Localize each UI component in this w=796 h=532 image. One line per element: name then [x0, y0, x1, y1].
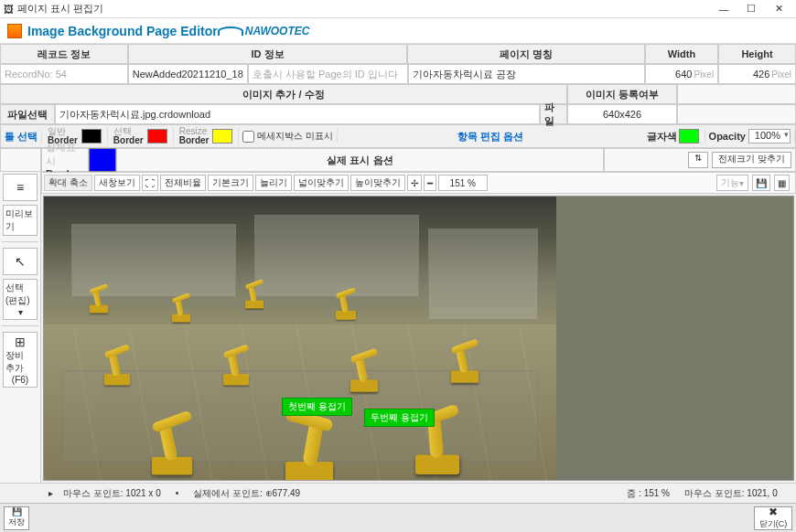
- default-size-button[interactable]: 기본크기: [208, 175, 253, 191]
- lines-icon: ≡: [16, 180, 24, 195]
- height-value[interactable]: 426Pixel: [718, 64, 796, 84]
- page-name-label: 페이지 명칭: [407, 44, 645, 64]
- select-edit-button[interactable]: 선택(편집)▾: [3, 279, 38, 320]
- fit-width-button[interactable]: 넓이맞추기: [294, 175, 349, 191]
- close-button[interactable]: ✕: [765, 3, 792, 15]
- opacity-dropdown[interactable]: 100%: [748, 129, 791, 144]
- equipment-tag-2[interactable]: 두번째 용접기: [364, 409, 435, 427]
- app-title: Image Background Page Editor: [27, 24, 218, 38]
- id-value[interactable]: NewAdded20211210_18: [128, 64, 248, 84]
- file-select-label: 파일선택: [0, 104, 55, 124]
- msgbox-hide-checkbox[interactable]: 메세지박스 미표시: [239, 130, 338, 143]
- red-swatch[interactable]: [147, 129, 167, 144]
- zoom-status: 줌 : 151 %: [619, 487, 677, 500]
- select-border-seg[interactable]: 선택Border: [108, 127, 174, 145]
- file-path-input[interactable]: 기아자동차럭시료.jpg.crdownload: [55, 104, 540, 124]
- factory-image: 첫번째 용접기 두번째 용접기: [44, 197, 556, 480]
- app-header: Image Background Page Editor NAWOOTEC: [0, 18, 796, 44]
- sidebar: ≡ 미리보기 ↖ 선택(편집)▾ ⊞장비 추가(F6): [0, 172, 41, 483]
- info-value-row: RecordNo: 54 NewAdded20211210_18 호출시 사용할…: [0, 64, 796, 84]
- tool-select-label: 툴 선택: [1, 130, 42, 144]
- refresh-button[interactable]: 새창보기: [94, 175, 140, 191]
- enlarge-button[interactable]: 늘리기: [255, 175, 292, 191]
- window-icon: 🖼: [4, 4, 14, 15]
- msgbox-checkbox[interactable]: [242, 131, 254, 143]
- id-info-label: ID 정보: [128, 44, 407, 64]
- brand-logo: NAWOOTEC: [218, 25, 310, 37]
- file-row: 파일선택 기아자동차럭시료.jpg.crdownload 파일 640x426: [0, 104, 796, 124]
- image-reg-label: 이미지 등록여부: [567, 84, 677, 104]
- canvas-wrap: 확대 축소 새창보기 ⛶ 전체비율 기본크기 늘리기 넓이맞추기 높이맞추기 ✢…: [41, 172, 796, 483]
- zoom-in-icon-button[interactable]: ✢: [407, 175, 422, 191]
- zoom-label: 확대 축소: [44, 175, 92, 191]
- cursor-icon: ↖: [15, 254, 26, 269]
- close-icon: ✖: [769, 505, 778, 518]
- zoom-out-icon-button[interactable]: ━: [424, 175, 436, 191]
- mouse-point2-status: 마우스 포인트: 1021, 0: [677, 487, 796, 500]
- fit-all-button[interactable]: 전체크기 맞추기: [712, 152, 791, 168]
- save-icon: 💾: [12, 507, 22, 516]
- chevron-down-icon: ▾: [18, 307, 23, 317]
- font-color-seg[interactable]: 글자색: [643, 129, 705, 144]
- zoom-toolbar: 확대 축소 새창보기 ⛶ 전체비율 기본크기 늘리기 넓이맞추기 높이맞추기 ✢…: [41, 172, 796, 194]
- image-section-row: 이미지 추가 / 수정 이미지 등록여부: [0, 84, 796, 104]
- full-ratio-button[interactable]: 전체비율: [160, 175, 206, 191]
- save-button[interactable]: 💾저장: [4, 506, 29, 530]
- lines-tool-button[interactable]: ≡: [3, 174, 38, 201]
- blue-swatch[interactable]: [89, 148, 116, 172]
- mouse-point-status: 마우스 포인트: 1021 x 0: [56, 487, 168, 500]
- preview-button[interactable]: 미리보기: [3, 205, 38, 236]
- plus-grid-icon: ⊞: [15, 335, 26, 349]
- real-point-status: 실제에서 포인트: ⊕677.49: [186, 487, 307, 500]
- app-icon: [7, 24, 22, 38]
- record-value: RecordNo: 54: [0, 64, 128, 84]
- window-title: 페이지 표시 편집기: [17, 2, 103, 16]
- scroll-icon-button[interactable]: ⇅: [688, 152, 708, 168]
- zoom-value-input[interactable]: 151 %: [438, 175, 488, 191]
- maximize-button[interactable]: ☐: [737, 3, 765, 15]
- tool-row: 툴 선택 일반Border 선택Border ResizeBorder 메세지박…: [0, 124, 796, 148]
- right-buttons: ⇅ 전체크기 맞추기: [604, 148, 796, 172]
- canvas[interactable]: 첫번째 용접기 두번째 용접기: [43, 196, 794, 481]
- cursor-tool-button[interactable]: ↖: [3, 248, 38, 275]
- opacity-seg[interactable]: Opacity 100%: [705, 129, 795, 144]
- close-dialog-button[interactable]: ✖닫기(C): [754, 506, 792, 530]
- add-equipment-button[interactable]: ⊞장비 추가(F6): [3, 332, 38, 388]
- display-option-label: 실제 표시 옵션: [116, 148, 604, 172]
- black-swatch[interactable]: [81, 129, 102, 144]
- item-edit-option-label: 항목 편집 옵션: [338, 130, 642, 144]
- bottom-bar: 💾저장 ✖닫기(C): [0, 503, 796, 532]
- realtime-border-seg[interactable]: [0, 148, 41, 172]
- page-name-value[interactable]: 기아자동차럭시료 공장: [408, 64, 645, 84]
- save-icon-button[interactable]: 💾: [752, 175, 770, 191]
- yellow-swatch[interactable]: [212, 129, 232, 144]
- grid-icon-button[interactable]: ▦: [774, 175, 790, 191]
- file-browse-button[interactable]: 파일: [540, 104, 567, 124]
- resize-border-seg[interactable]: ResizeBorder: [174, 127, 240, 145]
- record-info-label: 레코드 정보: [0, 44, 128, 64]
- image-reg-value: 640x426: [567, 104, 677, 124]
- file-row-spacer: [677, 104, 796, 124]
- width-label: Width: [645, 44, 718, 64]
- width-value[interactable]: 640Pixel: [645, 64, 718, 84]
- info-header-row: 레코드 정보 ID 정보 페이지 명칭 Width Height: [0, 44, 796, 64]
- height-label: Height: [718, 44, 796, 64]
- image-add-label: 이미지 추가 / 수정: [0, 84, 567, 104]
- id-hint: 호출시 사용할 Page의 ID 입니다: [248, 64, 408, 84]
- main-area: ≡ 미리보기 ↖ 선택(편집)▾ ⊞장비 추가(F6) 확대 축소 새창보기 ⛶…: [0, 172, 796, 483]
- display-option-row: 실제표시Border 실제 표시 옵션 ⇅ 전체크기 맞추기: [0, 148, 796, 172]
- green-swatch[interactable]: [679, 129, 699, 144]
- fit-height-button[interactable]: 높이맞추기: [350, 175, 405, 191]
- status-bar: ▸ 마우스 포인트: 1021 x 0 • 실제에서 포인트: ⊕677.49 …: [0, 483, 796, 503]
- minimize-button[interactable]: —: [710, 4, 737, 15]
- equipment-tag-1[interactable]: 첫번째 용접기: [282, 398, 352, 416]
- title-bar: 🖼 페이지 표시 편집기 — ☐ ✕: [0, 0, 796, 18]
- function-dropdown[interactable]: 기능 ▾: [716, 175, 748, 191]
- image-reg-spacer: [677, 84, 796, 104]
- realtime-label-seg[interactable]: 실제표시Border: [41, 148, 89, 172]
- fullscreen-icon-button[interactable]: ⛶: [142, 175, 158, 191]
